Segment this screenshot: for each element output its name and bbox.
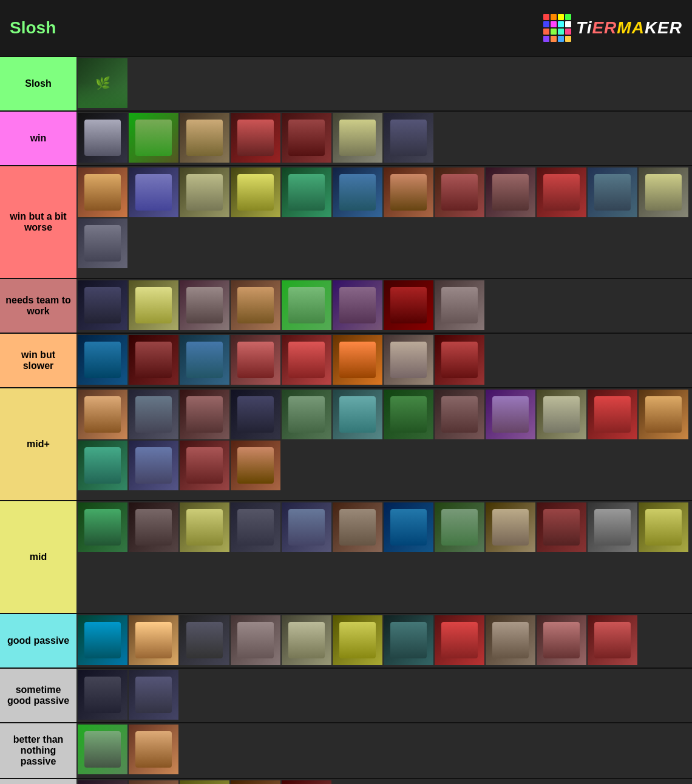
list-item[interactable] <box>129 670 178 720</box>
tier-label-sometime-good: sometime good passive <box>0 669 76 722</box>
list-item[interactable] <box>384 167 433 217</box>
list-item[interactable] <box>231 167 280 217</box>
list-item[interactable] <box>537 502 586 552</box>
tier-row-mid-plus: mid+ <box>0 387 692 500</box>
list-item[interactable] <box>588 167 637 217</box>
list-item[interactable] <box>129 280 178 330</box>
tier-row-mid: mid <box>0 500 692 613</box>
list-item[interactable] <box>129 615 178 665</box>
list-item[interactable] <box>180 335 229 385</box>
list-item[interactable] <box>180 167 229 217</box>
list-item[interactable] <box>78 615 127 665</box>
list-item[interactable] <box>180 113 229 163</box>
list-item[interactable] <box>486 615 535 665</box>
list-item[interactable] <box>639 502 688 552</box>
list-item[interactable] <box>129 725 178 774</box>
list-item[interactable] <box>384 615 433 665</box>
list-item[interactable] <box>435 167 484 217</box>
logo-cell <box>558 14 564 20</box>
list-item[interactable] <box>282 335 331 385</box>
list-item[interactable] <box>231 780 280 784</box>
list-item[interactable] <box>639 167 688 217</box>
list-item[interactable] <box>639 390 688 439</box>
list-item[interactable] <box>588 390 637 439</box>
list-item[interactable] <box>78 441 127 490</box>
list-item[interactable] <box>282 780 331 784</box>
list-item[interactable] <box>231 441 280 490</box>
list-item[interactable] <box>537 167 586 217</box>
list-item[interactable] <box>282 502 331 552</box>
list-item[interactable] <box>384 502 433 552</box>
tier-label-slosh: Slosh <box>0 57 76 110</box>
list-item[interactable] <box>78 167 127 217</box>
logo-cell <box>558 36 564 42</box>
list-item[interactable] <box>180 502 229 552</box>
list-item[interactable] <box>537 390 586 439</box>
list-item[interactable] <box>180 780 229 784</box>
tier-label-mid-plus: mid+ <box>0 388 76 500</box>
list-item[interactable] <box>384 113 433 163</box>
list-item[interactable] <box>78 335 127 385</box>
list-item[interactable] <box>129 502 178 552</box>
list-item[interactable] <box>180 615 229 665</box>
list-item[interactable] <box>435 280 484 330</box>
list-item[interactable] <box>282 113 331 163</box>
list-item[interactable] <box>435 502 484 552</box>
list-item[interactable] <box>282 390 331 439</box>
list-item[interactable] <box>231 390 280 439</box>
tier-row-use-anything: use anything else for anything <box>0 778 692 784</box>
list-item[interactable] <box>333 280 382 330</box>
tier-row-win-slower: win but slower <box>0 333 692 387</box>
list-item[interactable] <box>384 335 433 385</box>
list-item[interactable] <box>129 780 178 784</box>
list-item[interactable] <box>129 390 178 439</box>
list-item[interactable]: 🌿 <box>78 58 127 108</box>
tier-label-win-slower: win but slower <box>0 334 76 387</box>
list-item[interactable] <box>588 615 637 665</box>
list-item[interactable] <box>537 615 586 665</box>
list-item[interactable] <box>282 167 331 217</box>
list-item[interactable] <box>333 502 382 552</box>
list-item[interactable] <box>78 780 127 784</box>
list-item[interactable] <box>486 167 535 217</box>
list-item[interactable] <box>333 615 382 665</box>
list-item[interactable] <box>78 670 127 720</box>
list-item[interactable] <box>78 725 127 774</box>
logo-cell <box>565 14 571 20</box>
list-item[interactable] <box>129 113 178 163</box>
list-item[interactable] <box>180 280 229 330</box>
list-item[interactable] <box>588 502 637 552</box>
list-item[interactable] <box>78 502 127 552</box>
list-item[interactable] <box>282 280 331 330</box>
list-item[interactable] <box>231 615 280 665</box>
tier-items-mid-plus <box>76 388 692 500</box>
list-item[interactable] <box>231 502 280 552</box>
list-item[interactable] <box>129 441 178 490</box>
list-item[interactable] <box>78 390 127 439</box>
tier-items-use-anything <box>76 779 692 784</box>
list-item[interactable] <box>180 441 229 490</box>
list-item[interactable] <box>486 390 535 439</box>
list-item[interactable] <box>231 280 280 330</box>
list-item[interactable] <box>78 113 127 163</box>
list-item[interactable] <box>435 390 484 439</box>
list-item[interactable] <box>384 280 433 330</box>
list-item[interactable] <box>231 113 280 163</box>
list-item[interactable] <box>333 167 382 217</box>
list-item[interactable] <box>435 335 484 385</box>
list-item[interactable] <box>231 335 280 385</box>
list-item[interactable] <box>486 502 535 552</box>
list-item[interactable] <box>333 335 382 385</box>
tier-row-better-nothing: better than nothing passive <box>0 722 692 778</box>
list-item[interactable] <box>333 390 382 439</box>
list-item[interactable] <box>384 390 433 439</box>
list-item[interactable] <box>78 218 127 268</box>
list-item[interactable] <box>78 280 127 330</box>
list-item[interactable] <box>282 615 331 665</box>
list-item[interactable] <box>129 335 178 385</box>
list-item[interactable] <box>180 390 229 439</box>
list-item[interactable] <box>129 167 178 217</box>
tier-items-slosh: 🌿 <box>76 57 692 110</box>
list-item[interactable] <box>435 615 484 665</box>
list-item[interactable] <box>333 113 382 163</box>
